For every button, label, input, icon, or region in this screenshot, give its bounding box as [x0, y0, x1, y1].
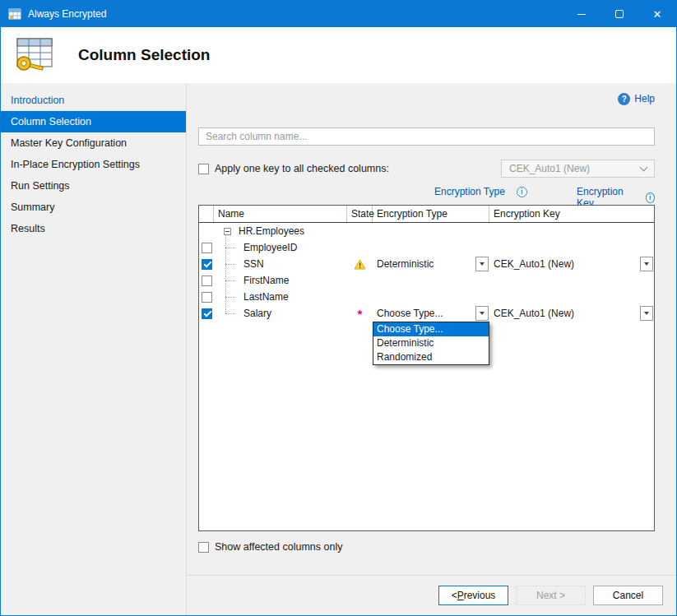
row-checkbox-employeeid[interactable]	[202, 243, 212, 253]
tree-line	[225, 280, 235, 281]
column-name: FirstName	[243, 275, 289, 286]
warning-icon	[354, 259, 366, 270]
tree-line	[225, 313, 235, 314]
sidebar-item-label: Column Selection	[11, 116, 91, 127]
maximize-button[interactable]	[600, 1, 638, 27]
sidebar-item-label: In-Place Encryption Settings	[11, 159, 140, 170]
apply-one-key-checkbox[interactable]	[198, 164, 209, 174]
table-header-row: Name State Encryption Type Encryption Ke…	[199, 206, 654, 223]
tree-line	[225, 297, 235, 298]
header-state: State	[347, 206, 373, 222]
cancel-button[interactable]: Cancel	[593, 586, 663, 605]
table-row[interactable]: FirstName	[199, 272, 654, 289]
table-group-label: HR.Employees	[239, 225, 304, 237]
sidebar-item-label: Results	[11, 223, 45, 234]
chevron-down-icon	[640, 164, 648, 172]
sidebar-item-column-selection[interactable]: Column Selection	[1, 111, 186, 132]
previous-button-rest: revious	[464, 590, 496, 601]
encryption-type-combo-ssn[interactable]: Deterministic	[373, 256, 489, 272]
sidebar-item-run-settings[interactable]: Run Settings	[1, 175, 186, 197]
row-checkbox-firstname[interactable]	[202, 276, 212, 286]
show-affected-columns-checkbox[interactable]	[198, 542, 209, 553]
column-name: EmployeeID	[243, 242, 297, 253]
row-checkbox-ssn[interactable]	[202, 259, 212, 270]
header-name: Name	[214, 206, 347, 222]
minimize-button[interactable]	[563, 1, 600, 27]
table-row[interactable]: Salary * Choose Type... CEK_Auto1 (New)	[199, 305, 654, 322]
row-checkbox-lastname[interactable]	[202, 292, 212, 303]
sidebar-item-label: Run Settings	[11, 180, 70, 192]
apply-key-dropdown[interactable]: CEK_Auto1 (New)	[501, 160, 655, 178]
tree-guide-line	[225, 235, 226, 313]
sidebar-item-results[interactable]: Results	[1, 218, 186, 239]
close-button[interactable]: ✕	[638, 1, 676, 27]
encryption-type-combo-salary[interactable]: Choose Type...	[373, 305, 489, 322]
sidebar-item-label: Master Key Configuration	[11, 137, 127, 149]
table-row[interactable]: LastName	[199, 289, 654, 305]
dropdown-option-randomized[interactable]: Randomized	[373, 350, 489, 364]
sidebar-item-introduction[interactable]: Introduction	[1, 90, 186, 111]
next-button[interactable]: Next >	[516, 586, 586, 605]
column-name: Salary	[243, 308, 271, 319]
header-encryption-type: Encryption Type	[373, 206, 489, 222]
app-icon	[8, 7, 21, 21]
apply-key-dropdown-value: CEK_Auto1 (New)	[509, 163, 590, 174]
page-title: Column Selection	[78, 46, 210, 64]
header-encryption-key: Encryption Key	[489, 206, 654, 222]
previous-button-prefix: <	[452, 590, 457, 601]
table-row-group[interactable]: HR.Employees	[199, 223, 654, 239]
dropdown-arrow-icon[interactable]	[475, 306, 489, 321]
show-affected-columns-label: Show affected columns only	[215, 541, 342, 553]
footer-bar: < Previous Next > Cancel	[187, 575, 676, 615]
tree-collapse-icon[interactable]	[224, 228, 231, 235]
required-icon: *	[358, 308, 363, 320]
encryption-key-combo-salary[interactable]: CEK_Auto1 (New)	[489, 305, 654, 322]
combo-value: CEK_Auto1 (New)	[489, 258, 574, 270]
previous-button-accesskey: P	[457, 590, 464, 601]
combo-value: Deterministic	[373, 258, 434, 270]
column-selection-panel: Help Apply one key to all checked column…	[187, 83, 676, 575]
dropdown-arrow-icon[interactable]	[640, 257, 653, 271]
search-column-input[interactable]	[198, 127, 655, 146]
help-icon	[618, 93, 630, 105]
dropdown-option-deterministic[interactable]: Deterministic	[373, 336, 489, 350]
encryption-key-info-icon[interactable]	[646, 192, 655, 203]
column-selection-icon	[12, 36, 55, 74]
always-encrypted-dialog: Always Encrypted ✕ Column Selection Intr	[0, 0, 677, 616]
column-name: LastName	[243, 291, 289, 303]
encryption-key-combo-ssn[interactable]: CEK_Auto1 (New)	[489, 256, 654, 272]
columns-table: Name State Encryption Type Encryption Ke…	[198, 205, 655, 531]
table-row[interactable]: SSN Deterministic	[199, 256, 654, 272]
apply-one-key-label: Apply one key to all checked columns:	[215, 163, 389, 174]
help-link[interactable]: Help	[634, 93, 655, 104]
dropdown-arrow-icon[interactable]	[640, 306, 653, 321]
maximize-icon	[615, 10, 624, 18]
row-checkbox-salary[interactable]	[202, 308, 212, 319]
close-icon: ✕	[653, 9, 662, 20]
combo-value: Choose Type...	[373, 308, 443, 319]
dropdown-option-choose-type[interactable]: Choose Type...	[373, 322, 489, 336]
sidebar-item-master-key-configuration[interactable]: Master Key Configuration	[1, 132, 186, 154]
combo-value: CEK_Auto1 (New)	[489, 308, 574, 319]
column-name: SSN	[243, 258, 264, 270]
minimize-icon	[577, 14, 586, 15]
titlebar: Always Encrypted ✕	[1, 1, 676, 27]
header-checkbox-column	[199, 206, 214, 222]
tree-line	[225, 264, 235, 265]
table-row[interactable]: EmployeeID	[199, 239, 654, 256]
sidebar-item-label: Summary	[11, 201, 54, 213]
dropdown-arrow-icon[interactable]	[475, 257, 489, 271]
sidebar-item-label: Introduction	[11, 95, 64, 106]
sidebar-item-summary[interactable]: Summary	[1, 197, 186, 218]
sidebar-item-in-place-encryption-settings[interactable]: In-Place Encryption Settings	[1, 154, 186, 175]
page-header: Column Selection	[1, 27, 676, 83]
encryption-type-link[interactable]: Encryption Type	[434, 186, 505, 197]
wizard-steps-sidebar: Introduction Column Selection Master Key…	[1, 83, 187, 615]
encryption-type-dropdown-list: Choose Type... Deterministic Randomized	[373, 322, 489, 365]
tree-line	[225, 248, 235, 248]
previous-button[interactable]: < Previous	[438, 586, 508, 605]
window-title: Always Encrypted	[28, 8, 563, 20]
encryption-type-info-icon[interactable]	[517, 187, 527, 197]
